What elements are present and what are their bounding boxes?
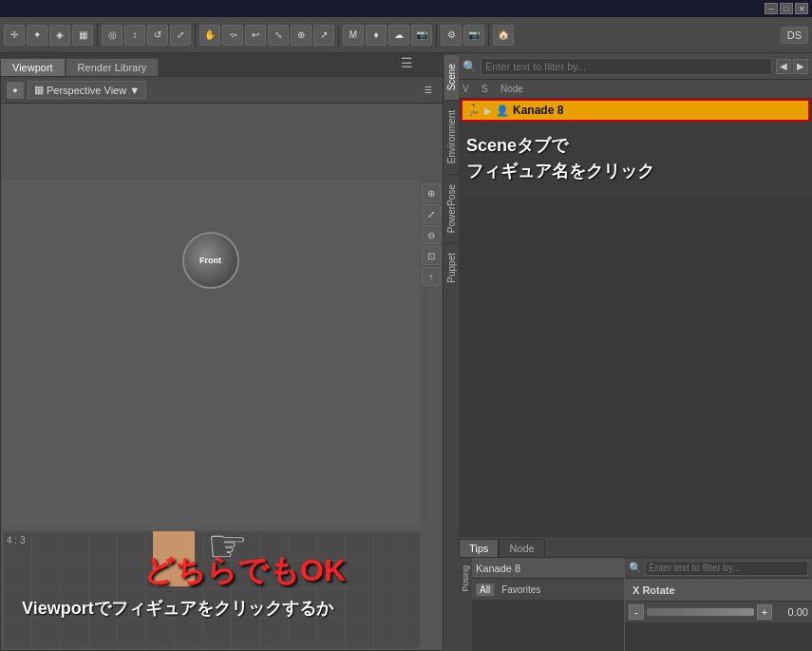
- perspective-view-button[interactable]: ▦ Perspective View ▼: [28, 81, 146, 99]
- toolbar-icon-20[interactable]: 📷: [463, 25, 484, 46]
- side-tab-powerpose[interactable]: PowerPose: [444, 174, 459, 242]
- side-tool-2[interactable]: ⤢: [422, 204, 441, 223]
- xrotate-search-icon: 🔍: [629, 562, 642, 574]
- side-tab-puppet[interactable]: Puppet: [444, 242, 459, 293]
- toolbar-icon-8[interactable]: ⤢: [170, 25, 191, 46]
- toolbar-icon-18[interactable]: 📷: [411, 25, 432, 46]
- xrotate-slider[interactable]: [647, 608, 754, 616]
- orb-sphere: Front: [182, 232, 239, 289]
- viewport-side-tools: ⊕ ⤢ ⊖ ⊡ ↑: [420, 180, 443, 290]
- arrow-icon: ▶: [484, 105, 492, 116]
- xrotate-value: 0.00: [775, 606, 808, 618]
- separator-3: [338, 24, 339, 47]
- xrotate-search-bar: 🔍: [625, 558, 812, 579]
- perspective-label: Perspective View: [47, 85, 126, 96]
- separator-1: [97, 24, 98, 47]
- posing-side-label: Posing: [459, 558, 472, 651]
- xrotate-search-input[interactable]: [645, 561, 808, 576]
- search-prev-button[interactable]: ◀: [776, 59, 791, 74]
- aspect-ratio: 4 : 3: [7, 535, 25, 546]
- grid-icon: ▦: [34, 84, 44, 96]
- scene-search-bar: 🔍 ◀ ▶: [459, 53, 812, 80]
- xrotate-panel: 🔍 X Rotate - + 0.00: [624, 558, 812, 651]
- toolbar-icon-16[interactable]: ♦: [366, 25, 387, 46]
- toolbar-icon-19[interactable]: ⚙: [441, 25, 462, 46]
- hand-cursor-icon: ☞: [207, 529, 248, 572]
- viewport-right-icons: ☰: [420, 82, 437, 99]
- scene-item-name: Kanade 8: [513, 104, 563, 117]
- side-tool-3[interactable]: ⊖: [422, 225, 441, 244]
- col-header-node: Node: [500, 84, 808, 94]
- viewport-area: ● ▦ Perspective View ▼ ☰ Front 4 : 3: [0, 76, 444, 651]
- bottom-tab-bar: Tips Node: [459, 537, 812, 558]
- toolbar-icon-6[interactable]: ↕: [124, 25, 145, 46]
- toolbar-icon-5[interactable]: ◎: [102, 25, 123, 46]
- search-next-button[interactable]: ▶: [793, 59, 808, 74]
- xrotate-plus-button[interactable]: +: [757, 604, 772, 620]
- title-bar: ─ □ ✕: [0, 0, 812, 17]
- side-tool-5[interactable]: ↑: [422, 267, 441, 286]
- minimize-button[interactable]: ─: [765, 3, 778, 14]
- filter-all[interactable]: All: [476, 584, 494, 596]
- bottom-row: Posing Kanade 8 ▼ All Favorites 🔍: [459, 558, 812, 651]
- separator-5: [488, 24, 489, 47]
- col-header-v: V: [463, 84, 482, 94]
- viewport-3d[interactable]: Front 4 : 3 ☞ Viewportでフィギュアをクリックするか: [1, 180, 420, 650]
- toolbar-icon-21[interactable]: 🏠: [493, 25, 514, 46]
- side-tool-4[interactable]: ⊡: [422, 246, 441, 265]
- side-tab-scene[interactable]: Scene: [444, 53, 459, 100]
- scene-annotation: Sceneタブで フィギュア名をクリック: [459, 122, 812, 196]
- toolbar-icon-9[interactable]: ✋: [199, 25, 220, 46]
- tab-render-library[interactable]: Render Library: [66, 58, 160, 76]
- toolbar-icon-3[interactable]: ◈: [49, 25, 70, 46]
- tab-menu-icon[interactable]: ☰: [401, 55, 413, 70]
- main-tab-bar: Viewport Render Library: [0, 53, 159, 76]
- col-header-s: S: [482, 84, 500, 94]
- toolbar-icon-17[interactable]: ☁: [388, 25, 409, 46]
- side-tabs: Scene Environment PowerPose Puppet: [444, 53, 459, 651]
- main-toolbar: ✛ ✦ ◈ ▦ ◎ ↕ ↺ ⤢ ✋ ⤼ ↩ ⤡ ⊕ ↗ M ♦ ☁ 📷 ⚙ 📷 …: [0, 17, 812, 53]
- toolbar-icon-12[interactable]: ⤡: [268, 25, 289, 46]
- viewport-icon: ●: [7, 82, 24, 99]
- xrotate-minus-button[interactable]: -: [629, 604, 644, 620]
- posing-label: Posing: [459, 558, 472, 600]
- close-button[interactable]: ✕: [795, 3, 808, 14]
- toolbar-icon-2[interactable]: ✦: [27, 25, 47, 46]
- ds-label: DS: [781, 27, 808, 44]
- side-tool-1[interactable]: ⊕: [422, 183, 441, 202]
- search-nav: ◀ ▶: [776, 59, 808, 74]
- right-panel: Scene Environment PowerPose Puppet 🔍 ◀ ▶…: [444, 53, 812, 651]
- scene-search-input[interactable]: [481, 58, 772, 75]
- toolbar-icon-1[interactable]: ✛: [4, 25, 25, 46]
- xrotate-label: X Rotate: [625, 579, 812, 602]
- viewport-annotation: Viewportでフィギュアをクリックするか: [22, 597, 333, 620]
- toolbar-icon-14[interactable]: ↗: [313, 25, 334, 46]
- search-icon: 🔍: [463, 60, 477, 73]
- viewport-topbar: ● ▦ Perspective View ▼ ☰: [1, 77, 443, 104]
- side-tab-environment[interactable]: Environment: [444, 100, 459, 173]
- toolbar-icon-4[interactable]: ▦: [72, 25, 93, 46]
- separator-4: [436, 24, 437, 47]
- xrotate-control: - + 0.00: [625, 602, 812, 622]
- tab-viewport[interactable]: Viewport: [0, 58, 66, 76]
- group-icon: 👤: [496, 105, 509, 117]
- tab-tips[interactable]: Tips: [459, 539, 499, 557]
- toolbar-icon-10[interactable]: ⤼: [222, 25, 243, 46]
- filter-favorites[interactable]: Favorites: [498, 584, 544, 596]
- toolbar-icon-13[interactable]: ⊕: [291, 25, 312, 46]
- navigation-orb[interactable]: Front: [182, 232, 239, 289]
- figure-icon: 🏃: [466, 104, 481, 117]
- dropdown-icon: ▼: [129, 85, 140, 96]
- toolbar-icon-15[interactable]: M: [343, 25, 364, 46]
- toolbar-icon-7[interactable]: ↺: [147, 25, 168, 46]
- scene-item-kanade[interactable]: 🏃 ▶ 👤 Kanade 8: [461, 99, 810, 122]
- right-panel-content: 🔍 ◀ ▶ V S Node 🏃 ▶ 👤 Kanade 8 Sceneタブで フ…: [459, 53, 812, 651]
- orb-front-label: Front: [199, 256, 221, 265]
- maximize-button[interactable]: □: [780, 3, 793, 14]
- toolbar-icon-11[interactable]: ↩: [245, 25, 266, 46]
- scene-empty-area: [459, 196, 812, 537]
- tab-node[interactable]: Node: [499, 539, 544, 557]
- scene-column-headers: V S Node: [459, 80, 812, 99]
- separator-2: [195, 24, 196, 47]
- viewport-icon-1[interactable]: ☰: [420, 82, 437, 99]
